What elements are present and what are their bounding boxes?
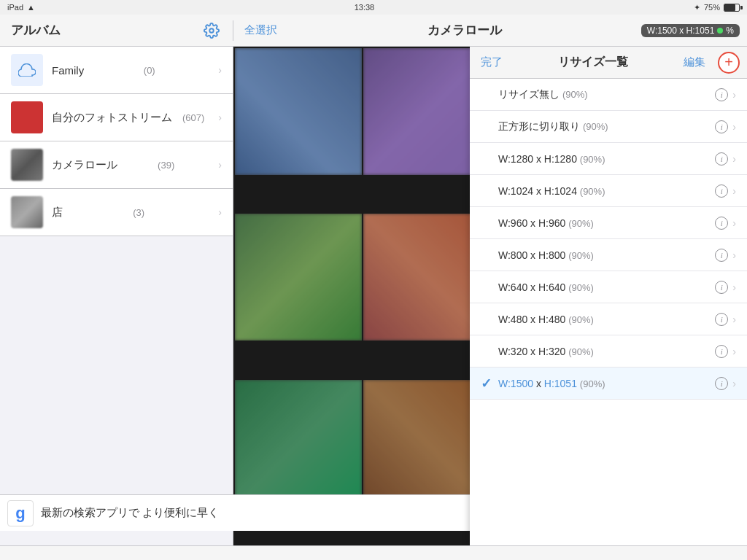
app-container: アルバム 全選択 カメラロール W:1500 x H:1051 % — [0, 15, 747, 545]
photo-cell-9[interactable] — [235, 380, 362, 507]
sidebar: Family (0) › 自分のフォトストリーム (607) › — [0, 47, 233, 545]
info-4[interactable]: i — [713, 217, 730, 230]
resize-item-9[interactable]: ✓ W:1500 x H:1051 (90%) i › — [470, 368, 747, 400]
edit-button[interactable]: 編集 — [680, 52, 709, 73]
resize-panel: 完了 リサイズ一覧 編集 + リサイズ無し (90%) i › — [470, 47, 747, 545]
resize-label-9: W:1500 x H:1051 (90%) — [498, 378, 713, 389]
resize-label-0: リサイズ無し (90%) — [498, 88, 713, 101]
album-item-camera[interactable]: カメラロール (39) › — [0, 141, 233, 189]
resize-label-5: W:800 x H:800 (90%) — [498, 249, 713, 261]
chevron-9: › — [732, 378, 736, 389]
chevron-5: › — [732, 249, 736, 261]
resize-item-0[interactable]: リサイズ無し (90%) i › — [470, 79, 747, 111]
svg-point-0 — [209, 28, 214, 33]
chevron-4: › — [732, 217, 736, 229]
chevron-7: › — [732, 314, 736, 325]
google-icon[interactable]: g — [7, 500, 34, 526]
check-9: ✓ — [481, 376, 498, 392]
album-item-photostream[interactable]: 自分のフォトストリーム (607) › — [0, 94, 233, 141]
resize-label-6: W:640 x H:640 (90%) — [498, 281, 713, 293]
camera-title: カメラロール — [288, 22, 641, 39]
info-9[interactable]: i — [713, 377, 730, 390]
resize-item-6[interactable]: W:640 x H:640 (90%) i › — [470, 271, 747, 303]
album-thumb-shop — [11, 196, 43, 228]
album-list: Family (0) › 自分のフォトストリーム (607) › — [0, 47, 233, 545]
nav-left: アルバム — [0, 20, 233, 41]
gear-icon — [204, 23, 220, 39]
chevron-1: › — [732, 121, 736, 133]
chevron-6: › — [732, 281, 736, 293]
resize-item-7[interactable]: W:480 x H:480 (90%) i › — [470, 303, 747, 335]
bluetooth-icon: ✦ — [694, 3, 700, 12]
album-name-photostream: 自分のフォトストリーム — [52, 111, 172, 125]
photo-cell-1[interactable] — [235, 48, 362, 175]
w-value: 1500 — [511, 378, 533, 389]
chevron-2: › — [732, 153, 736, 165]
album-thumb-photostream — [11, 101, 43, 133]
album-info-photostream: 自分のフォトストリーム (607) › — [52, 111, 222, 125]
photo-cell-5[interactable] — [235, 214, 362, 341]
wifi-icon: ▲ — [27, 3, 35, 12]
resize-panel-header: 完了 リサイズ一覧 編集 + — [470, 47, 747, 79]
album-info-camera: カメラロール (39) › — [52, 158, 222, 172]
nav-bar: アルバム 全選択 カメラロール W:1500 x H:1051 % — [0, 15, 747, 47]
percent-badge: % — [726, 26, 734, 36]
add-resize-button[interactable]: + — [718, 52, 740, 74]
album-count-family: (0) — [144, 65, 155, 76]
chevron-8: › — [732, 346, 736, 357]
album-thumb-family — [11, 54, 43, 86]
album-info-family: Family (0) › — [52, 64, 222, 77]
settings-button[interactable] — [201, 20, 222, 41]
chevron-family: › — [218, 64, 222, 76]
green-dot — [717, 28, 723, 34]
h-value: 1051 — [554, 378, 577, 389]
resize-item-1[interactable]: 正方形に切り取り (90%) i › — [470, 111, 747, 143]
resize-item-5[interactable]: W:800 x H:800 (90%) i › — [470, 239, 747, 271]
resize-item-8[interactable]: W:320 x H:320 (90%) i › — [470, 335, 747, 368]
album-meta-family: Family (0) › — [52, 64, 222, 77]
info-5[interactable]: i — [713, 249, 730, 262]
chevron-shop: › — [218, 206, 222, 218]
nav-middle: 全選択 カメラロール W:1500 x H:1051 % — [233, 22, 747, 39]
info-8[interactable]: i — [713, 345, 730, 358]
resize-item-3[interactable]: W:1024 x H:1024 (90%) i › — [470, 175, 747, 207]
album-count-shop: (3) — [133, 207, 144, 218]
status-right: ✦ 75% — [694, 3, 740, 12]
resize-label-4: W:960 x H:960 (90%) — [498, 217, 713, 229]
chevron-photostream: › — [218, 112, 222, 123]
content-area: Family (0) › 自分のフォトストリーム (607) › — [0, 47, 747, 545]
chevron-0: › — [732, 89, 736, 101]
size-badge: W:1500 x H:1051 % — [641, 24, 740, 37]
size-badge-text: W:1500 x H:1051 — [647, 26, 715, 36]
status-time: 13:38 — [355, 3, 375, 12]
done-button[interactable]: 完了 — [477, 52, 506, 73]
resize-item-4[interactable]: W:960 x H:960 (90%) i › — [470, 207, 747, 239]
album-item-shop[interactable]: 店 (3) › — [0, 189, 233, 236]
device-label: iPad — [7, 3, 23, 12]
album-info-shop: 店 (3) › — [52, 206, 222, 219]
album-name-camera: カメラロール — [52, 158, 117, 172]
album-name-shop: 店 — [52, 206, 63, 219]
resize-label-1: 正方形に切り取り (90%) — [498, 120, 713, 133]
status-bar: iPad ▲ 13:38 ✦ 75% — [0, 0, 747, 15]
cloud-icon — [18, 63, 36, 77]
album-count-camera: (39) — [158, 160, 174, 171]
resize-label-3: W:1024 x H:1024 (90%) — [498, 185, 713, 197]
resize-list: リサイズ無し (90%) i › 正方形に切り取り (90%) i › W:12… — [470, 79, 747, 545]
album-meta-shop: 店 (3) › — [52, 206, 222, 219]
select-all-button[interactable]: 全選択 — [233, 23, 288, 37]
info-6[interactable]: i — [713, 281, 730, 294]
info-2[interactable]: i — [713, 152, 730, 166]
info-3[interactable]: i — [713, 184, 730, 198]
info-0[interactable]: i — [713, 88, 730, 101]
battery-icon — [724, 4, 740, 12]
album-meta-photostream: 自分のフォトストリーム (607) › — [52, 111, 222, 125]
info-1[interactable]: i — [713, 120, 730, 133]
album-item-family[interactable]: Family (0) › — [0, 47, 233, 94]
info-7[interactable]: i — [713, 313, 730, 326]
status-left: iPad ▲ — [7, 3, 35, 12]
resize-item-2[interactable]: W:1280 x H:1280 (90%) i › — [470, 143, 747, 175]
album-title: アルバム — [11, 22, 61, 39]
checkmark-icon: ✓ — [481, 376, 492, 391]
chevron-camera: › — [218, 159, 222, 171]
